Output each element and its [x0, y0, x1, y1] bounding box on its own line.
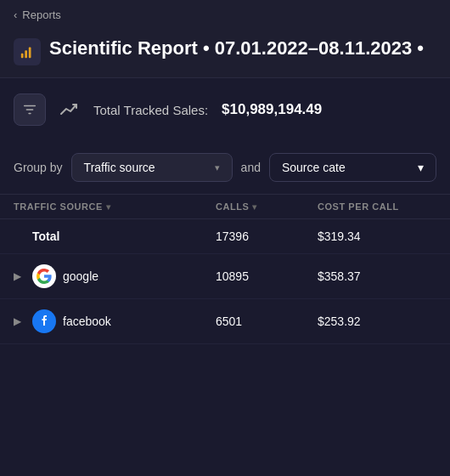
source-cell: ▶ facebook — [14, 309, 216, 333]
source-cate-chevron-icon: ▾ — [418, 161, 424, 174]
traffic-source-dropdown[interactable]: Traffic source ▾ — [71, 153, 233, 182]
source-name-google: google — [63, 269, 98, 283]
facebook-icon — [32, 309, 56, 333]
report-icon — [14, 38, 41, 65]
source-name-facebook: facebook — [63, 314, 111, 328]
groupby-bar: Group by Traffic source ▾ and Source cat… — [0, 141, 450, 195]
filter-button[interactable] — [14, 94, 46, 126]
stats-value: $10,989,194.49 — [222, 101, 322, 118]
sort-arrow-icon: ▾ — [106, 202, 111, 212]
back-chevron-icon: ‹ — [14, 8, 17, 21]
breadcrumb-label[interactable]: Reports — [22, 8, 61, 21]
source-cell: Total — [14, 230, 216, 243]
source-cate-value: Source cate — [282, 161, 346, 174]
trend-icon — [58, 98, 82, 122]
table-header: TRAFFIC SOURCE ▾ CALLS ▾ COST PER CALL — [0, 195, 450, 219]
title-area: Scientific Report • 07.01.2022–08.11.202… — [0, 28, 450, 78]
breadcrumb-bar: ‹ Reports — [0, 0, 450, 28]
table-row: Total 17396 $319.34 — [0, 219, 450, 254]
cost-cell: $253.92 — [318, 314, 436, 328]
col-cost-per-call: COST PER CALL — [318, 201, 436, 212]
calls-cell: 10895 — [216, 269, 318, 283]
svg-rect-2 — [29, 48, 31, 59]
dropdown-value: Traffic source — [84, 161, 155, 174]
svg-rect-1 — [25, 50, 27, 58]
expand-arrow-icon[interactable]: ▶ — [14, 270, 25, 282]
table-row: ▶ facebook 6501 $253.92 — [0, 299, 450, 344]
source-cell: ▶ google — [14, 264, 216, 288]
col-traffic-source[interactable]: TRAFFIC SOURCE ▾ — [14, 201, 216, 212]
cost-cell: $319.34 — [318, 230, 436, 243]
col-calls[interactable]: CALLS ▾ — [216, 201, 318, 212]
cost-cell: $358.37 — [318, 269, 436, 283]
svg-rect-0 — [21, 54, 24, 58]
page-title: Scientific Report • 07.01.2022–08.11.202… — [49, 37, 424, 61]
and-label: and — [241, 161, 261, 174]
stats-bar: Total Tracked Sales: $10,989,194.49 — [0, 78, 450, 141]
groupby-label: Group by — [14, 161, 63, 174]
source-name-total: Total — [14, 230, 59, 243]
source-category-dropdown[interactable]: Source cate ▾ — [269, 153, 436, 182]
calls-cell: 17396 — [216, 230, 318, 243]
table-row: ▶ google 10895 $358.37 — [0, 254, 450, 299]
chevron-down-icon: ▾ — [215, 162, 220, 173]
sort-arrow-icon: ▾ — [252, 202, 257, 212]
calls-cell: 6501 — [216, 314, 318, 328]
google-icon — [32, 264, 56, 288]
expand-arrow-icon[interactable]: ▶ — [14, 315, 25, 327]
data-table: TRAFFIC SOURCE ▾ CALLS ▾ COST PER CALL T… — [0, 195, 450, 344]
stats-label: Total Tracked Sales: — [93, 103, 208, 117]
